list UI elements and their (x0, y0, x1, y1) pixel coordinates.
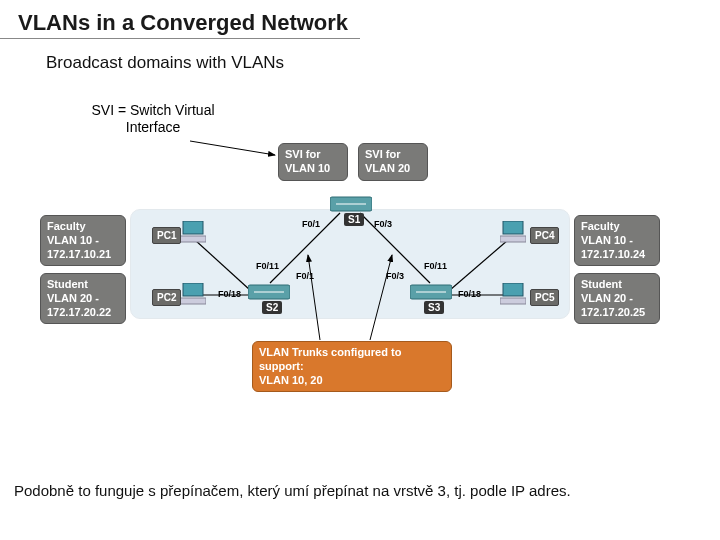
svg-rect-11 (180, 236, 206, 242)
port-s1-f01: F0/1 (302, 219, 320, 229)
student-label-r: Student (581, 278, 653, 292)
pc2-label: PC2 (152, 289, 181, 306)
pc5-icon (500, 283, 526, 305)
port-s2-f011: F0/11 (256, 261, 279, 271)
svi-box-vlan20: SVI for VLAN 20 (358, 143, 428, 181)
port-s3-f011: F0/11 (424, 261, 447, 271)
pc1-label: PC1 (152, 227, 181, 244)
svg-line-1 (190, 141, 275, 155)
switch-s3-icon (410, 281, 452, 303)
svg-rect-14 (503, 221, 523, 234)
port-s3-f018: F0/18 (458, 289, 481, 299)
page-title: VLANs in a Converged Network (0, 0, 360, 39)
switch-s2-icon (248, 281, 290, 303)
s1-label: S1 (344, 213, 364, 226)
s3-label: S3 (424, 301, 444, 314)
svi-for-2: SVI for (365, 148, 421, 162)
student-left-box: Student VLAN 20 - 172.17.20.22 (40, 273, 126, 324)
faculty-left-box: Faculty VLAN 10 - 172.17.10.21 (40, 215, 126, 266)
svi-vlan20: VLAN 20 (365, 162, 421, 176)
pc1-icon (180, 221, 206, 243)
page-subtitle: Broadcast domains with VLANs (0, 53, 720, 73)
svg-rect-17 (500, 298, 526, 304)
svi-line1: SVI = Switch Virtual (78, 102, 228, 119)
svi-for-1: SVI for (285, 148, 341, 162)
port-s2-f018: F0/18 (218, 289, 241, 299)
port-s3-f03: F0/3 (386, 271, 404, 281)
stu-left-l3: 172.17.20.22 (47, 306, 119, 320)
student-label-l: Student (47, 278, 119, 292)
pc5-label: PC5 (530, 289, 559, 306)
faculty-label-r: Faculty (581, 220, 653, 234)
fac-left-l3: 172.17.10.21 (47, 248, 119, 262)
svg-rect-12 (183, 283, 203, 296)
svg-rect-10 (183, 221, 203, 234)
svg-rect-13 (180, 298, 206, 304)
switch-s1-icon (330, 193, 372, 215)
fac-right-l2: VLAN 10 - (581, 234, 653, 248)
port-s1-f03: F0/3 (374, 219, 392, 229)
footer-note: Podobně to funguje s přepínačem, který u… (14, 481, 704, 501)
stu-left-l2: VLAN 20 - (47, 292, 119, 306)
fac-right-l3: 172.17.10.24 (581, 248, 653, 262)
svi-line2: Interface (78, 119, 228, 136)
s2-label: S2 (262, 301, 282, 314)
svg-line-8 (308, 255, 320, 340)
port-s2-f01: F0/1 (296, 271, 314, 281)
svg-rect-16 (503, 283, 523, 296)
student-right-box: Student VLAN 20 - 172.17.20.25 (574, 273, 660, 324)
network-diagram: SVI for VLAN 10 SVI for VLAN 20 Faculty … (40, 135, 680, 395)
trunk-config-box: VLAN Trunks configured to support: VLAN … (252, 341, 452, 392)
pc2-icon (180, 283, 206, 305)
trunk-l2: VLAN 10, 20 (259, 374, 445, 388)
trunk-l1: VLAN Trunks configured to support: (259, 346, 445, 374)
svi-definition: SVI = Switch Virtual Interface (78, 102, 228, 136)
stu-right-l2: VLAN 20 - (581, 292, 653, 306)
faculty-right-box: Faculty VLAN 10 - 172.17.10.24 (574, 215, 660, 266)
fac-left-l2: VLAN 10 - (47, 234, 119, 248)
faculty-label-l: Faculty (47, 220, 119, 234)
pc4-icon (500, 221, 526, 243)
pc4-label: PC4 (530, 227, 559, 244)
svi-box-vlan10: SVI for VLAN 10 (278, 143, 348, 181)
svg-rect-15 (500, 236, 526, 242)
stu-right-l3: 172.17.20.25 (581, 306, 653, 320)
svi-vlan10: VLAN 10 (285, 162, 341, 176)
svg-line-9 (370, 255, 392, 340)
